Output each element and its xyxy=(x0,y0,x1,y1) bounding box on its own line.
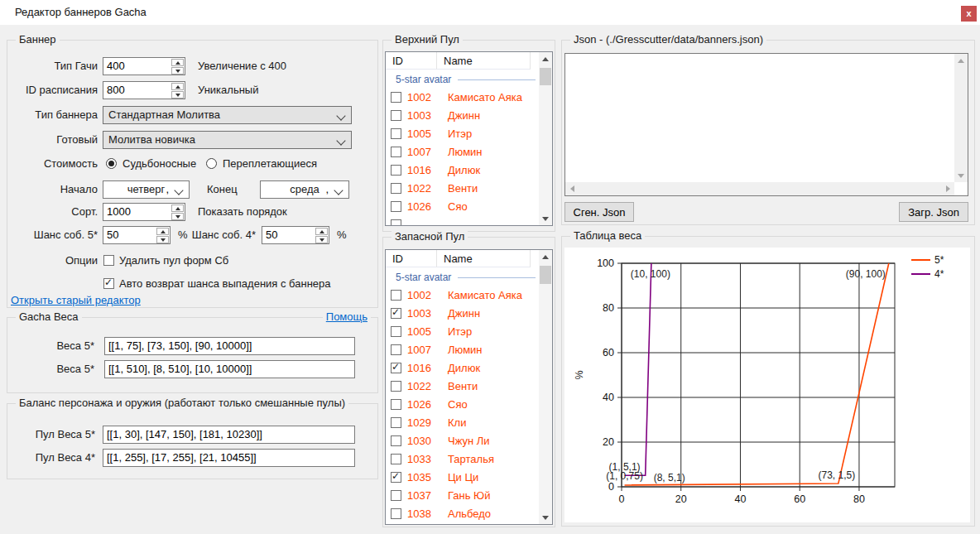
list-item[interactable]: 1038Альбедо xyxy=(386,505,539,523)
json-textarea[interactable] xyxy=(564,53,968,196)
end-day-select[interactable]: среда , xyxy=(260,180,349,199)
vertical-scrollbar[interactable] xyxy=(539,52,552,225)
chance5-stepper[interactable] xyxy=(156,228,169,244)
pool-weights5-label: Пул Веса 5* xyxy=(7,426,95,444)
scrollbar-thumb[interactable] xyxy=(540,266,551,284)
pool-weights4-input[interactable]: [[1, 255], [17, 255], [21, 10455]] xyxy=(103,449,355,467)
item-checkbox[interactable] xyxy=(391,472,401,483)
column-header-id[interactable]: ID xyxy=(386,250,437,267)
list-item[interactable]: 1030Чжун Ли xyxy=(386,432,539,450)
banner-type-select[interactable]: Стандартная Молитва xyxy=(103,106,352,124)
start-day-select[interactable]: четверг , xyxy=(103,180,190,199)
item-checkbox[interactable] xyxy=(391,363,401,373)
chance5-input[interactable]: 50 xyxy=(103,226,171,244)
gacha-type-input[interactable]: 400 xyxy=(103,57,185,75)
item-checkbox[interactable] xyxy=(391,308,401,319)
load-json-button[interactable]: Загр. Json xyxy=(899,202,968,222)
list-item[interactable]: 1003Джинн xyxy=(386,107,539,125)
gacha-type-stepper[interactable] xyxy=(171,59,184,75)
list-item[interactable]: 1016Дилюк xyxy=(386,161,539,180)
list-item[interactable]: 1029Кли xyxy=(386,414,539,432)
list-item[interactable]: 1037Гань Юй xyxy=(386,487,539,505)
chance4-input[interactable]: 50 xyxy=(262,226,329,244)
option-auto-checkbox[interactable] xyxy=(103,278,114,289)
weights5-input-2[interactable]: [[1, 510], [8, 510], [10, 10000]] xyxy=(104,360,355,378)
help-link[interactable]: Помощь xyxy=(323,310,371,323)
item-checkbox[interactable] xyxy=(391,508,401,519)
pool-weights5-input[interactable]: [[1, 30], [147, 150], [181, 10230]] xyxy=(103,426,355,444)
schedule-id-input[interactable]: 800 xyxy=(103,81,185,99)
open-old-editor-link[interactable]: Открыть старый редактор xyxy=(11,294,141,306)
item-name: Венти xyxy=(448,180,478,198)
item-checkbox[interactable] xyxy=(391,490,401,501)
scrollbar-thumb[interactable] xyxy=(540,68,551,85)
vertical-scrollbar[interactable] xyxy=(539,250,552,524)
item-checkbox[interactable] xyxy=(391,128,401,139)
item-checkbox[interactable] xyxy=(391,399,401,410)
item-checkbox[interactable] xyxy=(391,110,401,121)
cost-radio-fate[interactable] xyxy=(106,158,117,169)
scroll-up-icon[interactable] xyxy=(539,52,552,65)
generate-json-button[interactable]: Сген. Json xyxy=(564,202,634,222)
prefab-select[interactable]: Молитва новичка xyxy=(103,131,352,149)
item-checkbox[interactable] xyxy=(391,381,401,392)
item-checkbox[interactable] xyxy=(391,454,401,464)
schedule-id-stepper[interactable] xyxy=(171,83,184,99)
item-checkbox[interactable] xyxy=(391,344,401,355)
list-item[interactable]: 1005Итэр xyxy=(386,125,539,143)
sort-stepper[interactable] xyxy=(171,204,184,221)
list-item[interactable]: 1007Люмин xyxy=(386,143,539,161)
vertical-scrollbar[interactable] xyxy=(954,54,968,182)
column-header-id[interactable]: ID xyxy=(386,52,437,70)
column-header-name[interactable]: Name xyxy=(437,52,531,70)
list-item[interactable]: 1026Сяо xyxy=(386,396,539,414)
item-id: 1016 xyxy=(407,359,431,378)
cost-label: Стоимость xyxy=(9,155,98,173)
scroll-up-icon[interactable] xyxy=(954,54,968,67)
scroll-down-icon[interactable] xyxy=(539,511,552,524)
list-item[interactable] xyxy=(386,216,539,225)
option-remove-checkbox[interactable] xyxy=(103,255,114,266)
item-checkbox[interactable] xyxy=(391,326,401,337)
chevron-down-icon xyxy=(336,136,345,145)
scroll-down-icon[interactable] xyxy=(954,169,968,182)
scroll-up-icon[interactable] xyxy=(539,250,552,263)
list-item[interactable]: 1016Дилюк xyxy=(386,359,539,378)
item-checkbox[interactable] xyxy=(391,92,401,103)
list-item[interactable]: 1005Итэр xyxy=(386,323,539,341)
item-checkbox[interactable] xyxy=(391,219,401,225)
item-checkbox[interactable] xyxy=(391,290,401,301)
scroll-down-icon[interactable] xyxy=(539,212,552,225)
svg-text:20: 20 xyxy=(675,493,687,505)
item-checkbox[interactable] xyxy=(391,147,401,157)
column-header-name[interactable]: Name xyxy=(437,250,531,267)
item-checkbox[interactable] xyxy=(391,435,401,446)
list-item[interactable]: 1033Тарталья xyxy=(386,450,539,469)
item-checkbox[interactable] xyxy=(391,165,401,176)
weight-chart: 020406080020406080100%(10, 100)(90, 100)… xyxy=(564,248,970,522)
weights5-input-1[interactable]: [[1, 75], [73, 150], [90, 10000]] xyxy=(104,337,355,355)
item-checkbox[interactable] xyxy=(391,417,401,428)
list-item[interactable]: 1022Венти xyxy=(386,180,539,198)
cost-radio-intertwined[interactable] xyxy=(206,158,217,169)
item-checkbox[interactable] xyxy=(391,201,401,212)
sort-input[interactable]: 1000 xyxy=(103,203,185,221)
close-button[interactable]: x xyxy=(961,6,977,22)
horizontal-scrollbar[interactable] xyxy=(565,182,954,195)
list-item[interactable]: 1002Камисато Аяка xyxy=(386,286,539,305)
item-checkbox[interactable] xyxy=(391,183,401,194)
chance4-stepper[interactable] xyxy=(315,228,328,244)
scroll-right-icon[interactable] xyxy=(941,182,954,195)
list-item[interactable]: 1007Люмин xyxy=(386,341,539,359)
scroll-left-icon[interactable] xyxy=(565,182,579,195)
list-item[interactable]: 1003Джинн xyxy=(386,305,539,323)
list-header[interactable]: ID Name xyxy=(386,250,539,268)
list-item[interactable]: 1022Венти xyxy=(386,378,539,396)
list-item[interactable]: 1035Ци Ци xyxy=(386,469,539,487)
upper-pool-list[interactable]: ID Name 5-star avatar1002Камисато Аяка10… xyxy=(385,51,553,226)
list-body: 5-star avatar1002Камисато Аяка1003Джинн1… xyxy=(386,268,539,524)
reserve-pool-list[interactable]: ID Name 5-star avatar1002Камисато Аяка10… xyxy=(385,249,553,525)
list-header[interactable]: ID Name xyxy=(386,52,539,70)
list-item[interactable]: 1002Камисато Аяка xyxy=(386,89,539,107)
list-item[interactable]: 1026Сяо xyxy=(386,198,539,216)
